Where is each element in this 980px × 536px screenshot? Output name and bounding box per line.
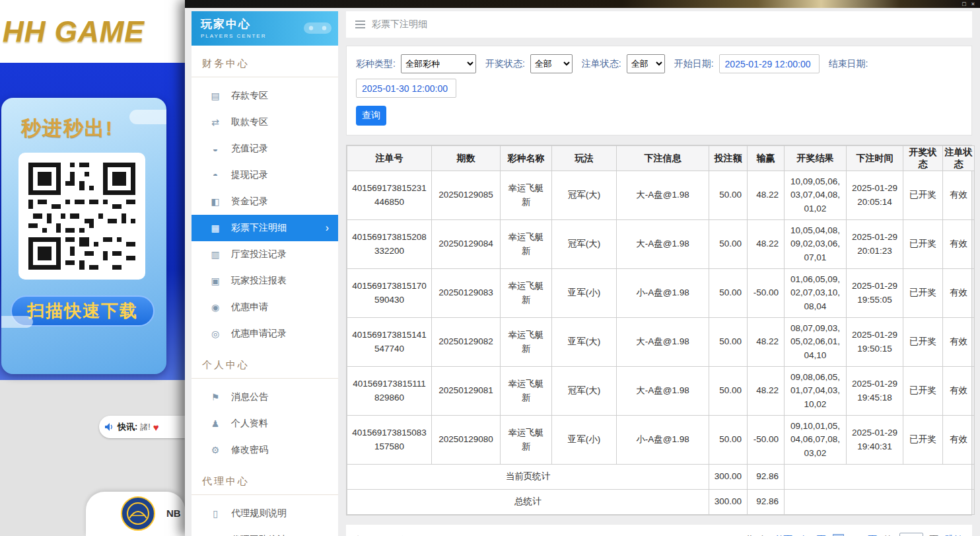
cloud-decoration: [129, 110, 166, 124]
column-header: 彩种名称: [501, 146, 552, 171]
cell: 幸运飞艇新: [501, 318, 552, 367]
sidebar-item-promo-apply-record[interactable]: ◎优惠申请记录: [192, 321, 338, 347]
withdraw-icon: ⇄: [210, 117, 221, 128]
cell: 50.00: [709, 416, 748, 465]
query-button[interactable]: 查询: [356, 106, 386, 126]
cell: 20250129082: [432, 318, 501, 367]
nba-card-label: NB: [166, 508, 181, 519]
promo-background: 秒进秒出! 扫描快速下载: [0, 63, 185, 380]
cell: 已开奖: [903, 367, 943, 416]
cell: 09,10,01,05,04,06,07,08,03,02: [785, 416, 847, 465]
cell: 01,06,05,09,02,07,03,10,08,04: [785, 269, 847, 318]
page-jump-input[interactable]: [899, 533, 923, 536]
bet-status-select[interactable]: 全部: [627, 54, 665, 73]
site-logo: HH GAME: [0, 15, 145, 48]
sidebar-item-label: 取款专区: [231, 116, 268, 128]
start-date-label: 开始日期:: [674, 58, 714, 70]
sidebar-item-promo-apply[interactable]: ◉优惠申请: [192, 294, 338, 321]
cell: 48.22: [748, 318, 785, 367]
sidebar-item-change-password[interactable]: ⚙修改密码: [192, 437, 338, 463]
profile-icon: ♟: [210, 418, 221, 429]
cell: 2025-01-29 19:45:18: [847, 367, 903, 416]
table-row: 40156917381508315758020250129080幸运飞艇新亚军(…: [347, 416, 975, 465]
cell: 48.22: [748, 171, 785, 220]
change-password-icon: ⚙: [210, 445, 221, 455]
background-page: HH GAME 秒进秒出! 扫描快速下载: [0, 0, 185, 536]
summary-winloss-total: 92.86: [748, 490, 785, 515]
summary-bet-total: 300.00: [709, 490, 748, 515]
summary-bet-total: 300.00: [709, 465, 748, 490]
cell: 50.00: [709, 367, 748, 416]
sidebar-item-agent-rules[interactable]: ▯代理规则说明: [192, 500, 338, 527]
qr-code-image: [24, 158, 140, 274]
summary-label: 当前页统计: [347, 465, 709, 490]
cell: 50.00: [709, 220, 748, 269]
deposit-icon: ▤: [210, 91, 221, 101]
start-date-input[interactable]: [719, 54, 820, 73]
cell: 401569173815111829860: [347, 367, 432, 416]
lottery-type-select[interactable]: 全部彩种: [401, 54, 476, 73]
window-titlebar: □ ×: [185, 0, 980, 8]
column-header: 注单状态: [943, 146, 975, 171]
table-row: 40156917381511182986020250129081幸运飞艇新冠军(…: [347, 367, 975, 416]
sidebar-item-profile[interactable]: ♟个人资料: [192, 410, 338, 437]
news-ticker: 快讯: 諸! ♥: [99, 416, 185, 438]
lottery-type-label: 彩种类型:: [356, 58, 396, 70]
table-header-row: 注单号期数彩种名称玩法下注信息投注额输赢开奖结果下注时间开奖状态注单状态: [347, 146, 975, 171]
sidebar-section-title: 代理中心: [192, 471, 338, 495]
cell: 大-A盘@1.98: [617, 367, 709, 416]
cell: 大-A盘@1.98: [617, 318, 709, 367]
main-content: 彩票下注明细 彩种类型: 全部彩种 开奖状态: 全部 注单状态: 全部 开始日期…: [346, 11, 972, 536]
cell: 2025-01-29 19:40:31: [847, 416, 903, 465]
cell: 20250129083: [432, 269, 501, 318]
cell: 已开奖: [903, 171, 943, 220]
sidebar: 玩家中心 PLAYERS CENTER 财务中心▤存款专区⇄取款专区◒充值记录◓…: [192, 11, 338, 536]
cell: 冠军(大): [552, 367, 617, 416]
minimize-icon[interactable]: □: [962, 0, 965, 8]
cell: 50.00: [709, 318, 748, 367]
sidebar-item-withdrawal-record[interactable]: ◓提现记录: [192, 162, 338, 188]
cell: 08,07,09,03,05,02,06,01,04,10: [785, 318, 847, 367]
current-page-number[interactable]: 1: [833, 534, 844, 536]
cell: 有效: [943, 171, 975, 220]
draw-status-select[interactable]: 全部: [530, 54, 573, 73]
summary-winloss-total: 92.86: [748, 465, 785, 490]
sidebar-item-deposit[interactable]: ▤存款专区: [192, 83, 338, 109]
sidebar-item-label: 彩票下注明细: [231, 222, 287, 234]
sidebar-item-withdraw[interactable]: ⇄取款专区: [192, 109, 338, 135]
cell: 401569173815208332200: [347, 220, 432, 269]
sidebar-item-label: 存款专区: [231, 90, 268, 102]
summary-empty: [785, 490, 975, 515]
cell: 2025-01-29 20:05:14: [847, 171, 903, 220]
end-date-input[interactable]: [356, 79, 456, 98]
bet-status-label: 注单状态:: [582, 58, 621, 70]
cell: 401569173815141547740: [347, 318, 432, 367]
sidebar-item-player-bet-report[interactable]: ▣玩家投注报表: [192, 268, 338, 294]
sidebar-item-funds-record[interactable]: ◧资金记录: [192, 188, 338, 215]
sidebar-item-hall-bet-record[interactable]: ▥厅室投注记录: [192, 241, 338, 268]
column-header: 玩法: [552, 146, 617, 171]
close-icon[interactable]: ×: [971, 0, 975, 8]
cell: 已开奖: [903, 269, 943, 318]
hall-bet-record-icon: ▥: [210, 249, 221, 260]
sidebar-item-agent-team-stats[interactable]: ▥代理团队统计: [192, 527, 338, 536]
nba-team-logo: [120, 496, 156, 534]
cell: 已开奖: [903, 318, 943, 367]
sidebar-item-recharge-record[interactable]: ◒充值记录: [192, 135, 338, 162]
sidebar-item-label: 消息公告: [231, 391, 268, 403]
sidebar-item-lottery-bet-detail[interactable]: ▦彩票下注明细›: [192, 215, 338, 241]
cell: 亚军(小): [552, 269, 617, 318]
column-header: 下注时间: [847, 146, 903, 171]
promo-apply-icon: ◉: [210, 302, 221, 313]
cell: 冠军(大): [552, 171, 617, 220]
draw-status-label: 开奖状态:: [485, 58, 525, 70]
cell: 20250129080: [432, 416, 501, 465]
pagination: 共6条 首页 上一页 1 下一页 第 页 跳转: [745, 533, 963, 536]
cell: -50.00: [748, 416, 785, 465]
agent-rules-icon: ▯: [210, 508, 221, 519]
sidebar-header: 玩家中心 PLAYERS CENTER: [192, 11, 338, 46]
sidebar-item-announcement[interactable]: ⚑消息公告: [192, 384, 338, 410]
column-header: 期数: [432, 146, 501, 171]
hamburger-menu-icon[interactable]: [355, 19, 365, 30]
cell: 有效: [943, 416, 975, 465]
